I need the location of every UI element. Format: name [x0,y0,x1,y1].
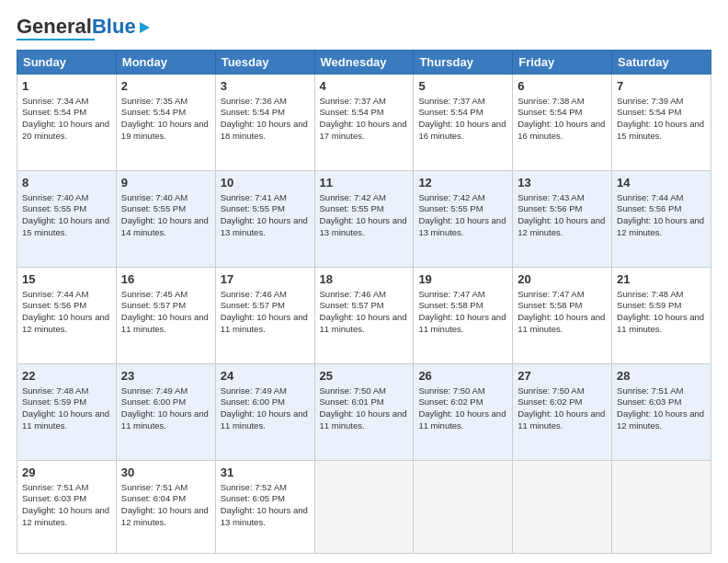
sunset-text: Sunset: 6:03 PM [22,493,86,503]
daylight-text: Daylight: 10 hours and 11 minutes. [121,408,209,431]
sunset-text: Sunset: 5:55 PM [221,203,285,213]
sunset-text: Sunset: 5:55 PM [121,203,186,213]
col-header-monday: Monday [116,51,215,75]
calendar-cell: 15Sunrise: 7:44 AMSunset: 5:56 PMDayligh… [17,268,117,364]
daylight-text: Daylight: 10 hours and 13 minutes. [221,215,308,237]
calendar-cell: 13Sunrise: 7:43 AMSunset: 5:56 PMDayligh… [513,171,612,268]
day-number: 10 [221,175,310,191]
week-row-2: 8Sunrise: 7:40 AMSunset: 5:55 PMDaylight… [17,171,711,268]
calendar-cell: 27Sunrise: 7:50 AMSunset: 6:02 PMDayligh… [513,364,612,461]
calendar-cell: 9Sunrise: 7:40 AMSunset: 5:55 PMDaylight… [116,171,215,268]
calendar-cell [612,461,711,554]
calendar-cell: 31Sunrise: 7:52 AMSunset: 6:05 PMDayligh… [215,461,314,554]
sunrise-text: Sunrise: 7:37 AM [320,96,386,106]
day-number: 19 [418,271,507,288]
day-number: 16 [121,271,210,288]
day-number: 31 [221,465,310,481]
day-number: 22 [22,368,111,385]
sunset-text: Sunset: 5:55 PM [320,203,384,213]
sunrise-text: Sunrise: 7:35 AM [121,96,188,106]
day-number: 23 [121,368,210,385]
sunset-text: Sunset: 5:57 PM [221,300,285,310]
day-number: 3 [221,78,310,95]
calendar-cell: 26Sunrise: 7:50 AMSunset: 6:02 PMDayligh… [414,364,513,461]
calendar-cell: 11Sunrise: 7:42 AMSunset: 5:55 PMDayligh… [314,171,414,268]
sunset-text: Sunset: 5:56 PM [22,300,86,310]
sunrise-text: Sunrise: 7:44 AM [617,192,683,202]
calendar-cell: 4Sunrise: 7:37 AMSunset: 5:54 PMDaylight… [314,75,414,171]
calendar-cell: 21Sunrise: 7:48 AMSunset: 5:59 PMDayligh… [612,268,711,364]
sunrise-text: Sunrise: 7:46 AM [221,289,287,299]
sunrise-text: Sunrise: 7:48 AM [22,385,88,396]
sunset-text: Sunset: 5:57 PM [121,300,186,310]
day-number: 25 [320,368,409,385]
calendar-cell: 24Sunrise: 7:49 AMSunset: 6:00 PMDayligh… [215,364,314,461]
day-number: 1 [22,78,111,95]
page: GeneralBlue SundayMondayTuesdayWednesday… [0,0,728,563]
sunset-text: Sunset: 5:56 PM [518,203,582,213]
col-header-saturday: Saturday [612,51,711,75]
sunrise-text: Sunrise: 7:43 AM [518,192,584,202]
calendar-cell [314,461,414,554]
sunset-text: Sunset: 5:59 PM [617,300,681,310]
sunset-text: Sunset: 5:55 PM [22,203,86,213]
sunrise-text: Sunrise: 7:45 AM [121,289,188,299]
calendar-cell: 22Sunrise: 7:48 AMSunset: 5:59 PMDayligh… [17,364,117,461]
day-number: 13 [518,175,607,191]
daylight-text: Daylight: 10 hours and 20 minutes. [22,119,109,141]
sunset-text: Sunset: 5:58 PM [518,300,582,310]
sunset-text: Sunset: 5:54 PM [22,107,86,117]
col-header-wednesday: Wednesday [314,51,414,75]
day-number: 18 [320,271,409,288]
sunset-text: Sunset: 5:54 PM [518,107,582,117]
sunrise-text: Sunrise: 7:49 AM [121,385,188,396]
sunrise-text: Sunrise: 7:38 AM [518,96,584,106]
sunrise-text: Sunrise: 7:50 AM [320,385,386,396]
calendar-cell: 29Sunrise: 7:51 AMSunset: 6:03 PMDayligh… [17,461,117,554]
calendar-table: SundayMondayTuesdayWednesdayThursdayFrid… [17,50,711,554]
logo: GeneralBlue [17,17,150,40]
calendar-cell: 7Sunrise: 7:39 AMSunset: 5:54 PMDaylight… [612,75,711,171]
day-number: 5 [418,78,507,95]
sunset-text: Sunset: 5:59 PM [22,396,86,407]
calendar-cell: 12Sunrise: 7:42 AMSunset: 5:55 PMDayligh… [414,171,513,268]
daylight-text: Daylight: 10 hours and 15 minutes. [617,119,704,141]
daylight-text: Daylight: 10 hours and 12 minutes. [22,505,109,527]
sunrise-text: Sunrise: 7:40 AM [22,192,88,202]
daylight-text: Daylight: 10 hours and 16 minutes. [418,119,506,141]
sunrise-text: Sunrise: 7:52 AM [221,482,287,492]
sunrise-text: Sunrise: 7:34 AM [22,96,88,106]
week-row-4: 22Sunrise: 7:48 AMSunset: 5:59 PMDayligh… [17,364,711,461]
daylight-text: Daylight: 10 hours and 11 minutes. [320,312,407,334]
calendar-cell: 17Sunrise: 7:46 AMSunset: 5:57 PMDayligh… [215,268,314,364]
daylight-text: Daylight: 10 hours and 12 minutes. [121,505,209,527]
calendar-cell: 2Sunrise: 7:35 AMSunset: 5:54 PMDaylight… [116,75,215,171]
sunrise-text: Sunrise: 7:47 AM [518,289,584,299]
col-header-friday: Friday [513,51,612,75]
sunrise-text: Sunrise: 7:42 AM [418,192,484,202]
calendar-cell: 20Sunrise: 7:47 AMSunset: 5:58 PMDayligh… [513,268,612,364]
day-number: 30 [121,465,210,481]
sunrise-text: Sunrise: 7:50 AM [518,385,584,396]
sunset-text: Sunset: 6:02 PM [418,396,483,407]
calendar-cell [414,461,513,554]
day-number: 15 [22,271,111,288]
sunset-text: Sunset: 6:04 PM [121,493,186,503]
week-row-5: 29Sunrise: 7:51 AMSunset: 6:03 PMDayligh… [17,461,711,554]
daylight-text: Daylight: 10 hours and 11 minutes. [22,408,109,431]
daylight-text: Daylight: 10 hours and 11 minutes. [418,312,506,334]
daylight-text: Daylight: 10 hours and 16 minutes. [518,119,605,141]
daylight-text: Daylight: 10 hours and 12 minutes. [617,408,704,431]
sunrise-text: Sunrise: 7:51 AM [121,482,188,492]
col-header-tuesday: Tuesday [215,51,314,75]
sunset-text: Sunset: 6:01 PM [320,396,384,407]
daylight-text: Daylight: 10 hours and 11 minutes. [617,312,704,334]
daylight-text: Daylight: 10 hours and 19 minutes. [121,119,209,141]
header: GeneralBlue [17,17,711,40]
week-row-3: 15Sunrise: 7:44 AMSunset: 5:56 PMDayligh… [17,268,711,364]
calendar-cell: 23Sunrise: 7:49 AMSunset: 6:00 PMDayligh… [116,364,215,461]
sunset-text: Sunset: 5:54 PM [121,107,186,117]
sunrise-text: Sunrise: 7:49 AM [221,385,287,396]
calendar-cell: 30Sunrise: 7:51 AMSunset: 6:04 PMDayligh… [116,461,215,554]
daylight-text: Daylight: 10 hours and 15 minutes. [22,215,109,237]
